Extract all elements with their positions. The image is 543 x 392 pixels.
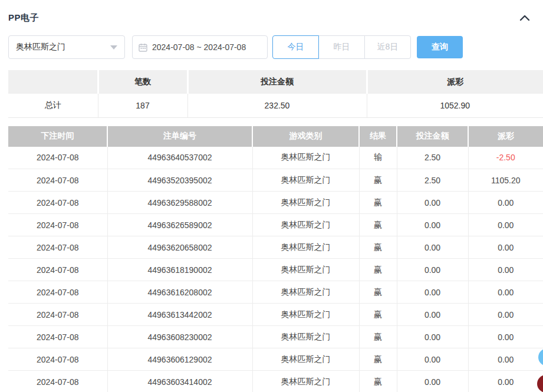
record-bet-id: 44963618190002	[107, 259, 252, 281]
records-header-payout: 派彩	[468, 126, 543, 147]
pp-dianzi-panel: PP电子 奥林匹斯之门 2024-07-08 ~ 2024-07-08	[0, 0, 543, 392]
record-bet-id: 44963616208002	[107, 281, 252, 304]
record-bet-amount: 0.00	[397, 192, 468, 214]
table-row: 2024-07-0844963603414002奥林匹斯之门赢0.000.00	[8, 371, 543, 392]
today-button[interactable]: 今日	[272, 35, 319, 59]
record-bet-id: 44963520395002	[107, 169, 252, 192]
record-bet-time: 2024-07-08	[8, 348, 107, 371]
record-payout: 0.00	[468, 214, 543, 236]
record-bet-time: 2024-07-08	[8, 371, 107, 392]
record-game-type: 奥林匹斯之门	[252, 326, 359, 348]
record-bet-id: 44963603414002	[107, 371, 252, 392]
record-result: 赢	[359, 169, 397, 192]
record-bet-time: 2024-07-08	[8, 259, 107, 281]
record-game-type: 奥林匹斯之门	[252, 192, 359, 214]
record-payout: 0.00	[468, 348, 543, 371]
table-row: 2024-07-0844963606129002奥林匹斯之门赢0.000.00	[8, 348, 543, 371]
record-bet-amount: 0.00	[397, 326, 468, 348]
table-row: 2024-07-0844963629588002奥林匹斯之门赢0.000.00	[8, 192, 543, 214]
summary-header-row: 笔数 投注金额 派彩	[8, 70, 543, 94]
record-game-type: 奥林匹斯之门	[252, 214, 359, 236]
yesterday-button[interactable]: 昨日	[318, 35, 365, 59]
panel-title: PP电子	[8, 12, 39, 24]
record-game-type: 奥林匹斯之门	[252, 281, 359, 304]
filter-bar: 奥林匹斯之门 2024-07-08 ~ 2024-07-08 今日 昨日 近8日…	[0, 35, 543, 59]
game-select[interactable]: 奥林匹斯之门	[8, 35, 125, 59]
table-row: 2024-07-0844963520395002奥林匹斯之门赢2.501105.…	[8, 169, 543, 192]
record-game-type: 奥林匹斯之门	[252, 236, 359, 259]
summary-header-empty	[8, 70, 98, 94]
record-bet-amount: 2.50	[397, 147, 468, 169]
record-bet-time: 2024-07-08	[8, 192, 107, 214]
record-payout: 0.00	[468, 192, 543, 214]
record-payout: 1105.20	[468, 169, 543, 192]
record-payout: 0.00	[468, 259, 543, 281]
record-result: 赢	[359, 304, 397, 326]
record-payout: 0.00	[468, 326, 543, 348]
panel-header: PP电子	[0, 0, 543, 25]
collapse-panel-button[interactable]	[518, 11, 531, 24]
record-result: 赢	[359, 281, 397, 304]
record-payout: 0.00	[468, 304, 543, 326]
record-bet-time: 2024-07-08	[8, 147, 107, 169]
record-bet-amount: 0.00	[397, 371, 468, 392]
record-result: 赢	[359, 236, 397, 259]
record-result: 赢	[359, 348, 397, 371]
summary-header-payout: 派彩	[367, 70, 543, 94]
record-game-type: 奥林匹斯之门	[252, 259, 359, 281]
record-bet-amount: 2.50	[397, 169, 468, 192]
record-bet-time: 2024-07-08	[8, 326, 107, 348]
record-payout: 0.00	[468, 371, 543, 392]
record-game-type: 奥林匹斯之门	[252, 371, 359, 392]
quick-date-button-group: 今日 昨日 近8日	[272, 35, 411, 59]
record-bet-amount: 0.00	[397, 214, 468, 236]
date-range-value: 2024-07-08 ~ 2024-07-08	[152, 42, 246, 52]
record-bet-id: 44963608230002	[107, 326, 252, 348]
record-game-type: 奥林匹斯之门	[252, 169, 359, 192]
records-header-bet-amount: 投注金额	[397, 126, 468, 147]
summary-total-count: 187	[98, 94, 187, 117]
record-bet-id: 44963629588002	[107, 192, 252, 214]
summary-total-row: 总计 187 232.50 1052.90	[8, 94, 543, 117]
summary-header-bet-amount: 投注金额	[187, 70, 367, 94]
record-bet-time: 2024-07-08	[8, 214, 107, 236]
record-bet-amount: 0.00	[397, 236, 468, 259]
record-bet-amount: 0.00	[397, 348, 468, 371]
record-bet-amount: 0.00	[397, 259, 468, 281]
record-payout: -2.50	[468, 147, 543, 169]
table-row: 2024-07-0844963616208002奥林匹斯之门赢0.000.00	[8, 281, 543, 304]
query-button[interactable]: 查询	[417, 36, 463, 58]
records-header-bet-id: 注单编号	[107, 126, 252, 147]
record-payout: 0.00	[468, 236, 543, 259]
record-game-type: 奥林匹斯之门	[252, 147, 359, 169]
date-range-picker[interactable]: 2024-07-08 ~ 2024-07-08	[132, 35, 268, 59]
record-bet-time: 2024-07-08	[8, 169, 107, 192]
last-8-days-button[interactable]: 近8日	[364, 35, 411, 59]
record-game-type: 奥林匹斯之门	[252, 304, 359, 326]
record-result: 赢	[359, 214, 397, 236]
record-bet-id: 44963620658002	[107, 236, 252, 259]
chevron-down-icon	[110, 45, 117, 50]
summary-total-label: 总计	[8, 94, 98, 117]
game-select-value: 奥林匹斯之门	[16, 42, 65, 52]
summary-total-bet-amount: 232.50	[187, 94, 367, 117]
chevron-up-icon	[519, 14, 530, 21]
record-bet-time: 2024-07-08	[8, 281, 107, 304]
table-row: 2024-07-0844963626589002奥林匹斯之门赢0.000.00	[8, 214, 543, 236]
calendar-icon	[139, 43, 147, 52]
record-bet-amount: 0.00	[397, 304, 468, 326]
record-game-type: 奥林匹斯之门	[252, 348, 359, 371]
records-header-row: 下注时间 注单编号 游戏类别 结果 投注金额 派彩	[8, 126, 543, 147]
record-result: 赢	[359, 326, 397, 348]
record-bet-id: 44963613442002	[107, 304, 252, 326]
record-bet-amount: 0.00	[397, 281, 468, 304]
record-payout: 0.00	[468, 281, 543, 304]
record-bet-time: 2024-07-08	[8, 236, 107, 259]
table-row: 2024-07-0844963608230002奥林匹斯之门赢0.000.00	[8, 326, 543, 348]
records-table: 下注时间 注单编号 游戏类别 结果 投注金额 派彩 2024-07-084496…	[8, 126, 543, 392]
record-bet-time: 2024-07-08	[8, 304, 107, 326]
table-row: 2024-07-0844963640537002奥林匹斯之门输2.50-2.50	[8, 147, 543, 169]
summary-header-count: 笔数	[98, 70, 187, 94]
summary-total-payout: 1052.90	[367, 94, 543, 117]
table-row: 2024-07-0844963620658002奥林匹斯之门赢0.000.00	[8, 236, 543, 259]
